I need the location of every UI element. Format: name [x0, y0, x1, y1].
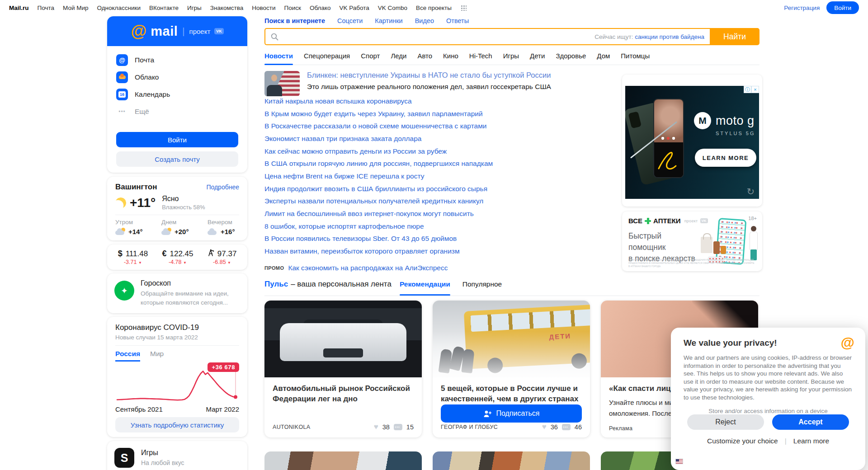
pulse-card-auto[interactable]: Автомобильный рынок Российской Федерации… — [264, 301, 422, 437]
ad-refresh-icon[interactable]: ↻ — [746, 186, 755, 197]
topnav-login-button[interactable]: Войти — [826, 1, 859, 14]
mailru-brand-link[interactable]: Mail.ru — [9, 5, 29, 11]
pulse-card-geography[interactable]: ДЕТИ 5 вещей, которые в России лучше и к… — [433, 301, 590, 437]
learn-more-button[interactable]: LEARN MORE — [695, 149, 756, 167]
like-icon[interactable]: ♥ — [542, 423, 547, 432]
pulse-title-link[interactable]: Пульс — [264, 280, 288, 289]
accept-button[interactable]: Accept — [772, 414, 849, 430]
sidebar-item-more[interactable]: ••• Ещё — [116, 103, 238, 120]
covid-stats-button[interactable]: Узнать подробную статистику — [115, 417, 239, 432]
search-tab-answers[interactable]: Ответы — [446, 17, 469, 24]
card-image-car[interactable] — [264, 301, 422, 377]
card-title[interactable]: 5 вещей, которые в России лучше и качест… — [441, 383, 582, 404]
news-tab-lady[interactable]: Леди — [391, 52, 406, 60]
sidebar-item-mail[interactable]: @ Почта — [116, 52, 238, 69]
news-link[interactable]: Как сейчас можно отправить деньги из Рос… — [264, 147, 447, 155]
ad-close-icon[interactable]: × — [751, 86, 759, 93]
rate-eur[interactable]: €122.45 -4.78 ▼ — [162, 249, 193, 265]
news-link[interactable]: В России появились телевизоры Sber. От 4… — [264, 235, 457, 243]
covid-tab-russia[interactable]: Россия — [115, 350, 140, 362]
card-image-painting[interactable] — [433, 451, 590, 470]
card-image-portrait[interactable] — [264, 451, 422, 470]
news-tab-kids[interactable]: Дети — [530, 52, 545, 60]
news-tab-specoperation[interactable]: Спецоперация — [304, 52, 350, 60]
promo-link[interactable]: Как сэкономить на распродажах на АлиЭксп… — [288, 264, 448, 272]
news-link[interactable]: В Крым можно будет ездить через Украину,… — [264, 110, 483, 118]
trending-query-link[interactable]: санкции против байдена — [635, 33, 704, 40]
topnav-item-vkcombo[interactable]: VK Combo — [378, 5, 407, 11]
news-tab-kino[interactable]: Кино — [443, 52, 458, 60]
card-image-bus[interactable]: ДЕТИ — [433, 301, 590, 377]
topnav-item-moymir[interactable]: Мой Мир — [63, 5, 89, 11]
search-input[interactable] — [283, 33, 594, 41]
learn-more-link[interactable]: Learn more — [793, 437, 829, 445]
ad-info-icon[interactable]: ⓘ — [744, 86, 751, 93]
topnav-item-vk[interactable]: ВКонтакте — [149, 5, 179, 11]
lead-story[interactable]: Блинкен: невступление Украины в НАТО не … — [264, 71, 551, 96]
comment-icon[interactable] — [562, 424, 571, 430]
games-widget[interactable]: S Игры На любой вкус — [107, 441, 247, 470]
search-tab-video[interactable]: Видео — [415, 17, 434, 24]
topnav-item-vkwork[interactable]: VK Работа — [339, 5, 369, 11]
pulse-tab-recommendations[interactable]: Рекомендации — [400, 280, 450, 288]
topnav-item-ok[interactable]: Одноклассники — [97, 5, 141, 11]
all-projects-grid-icon[interactable] — [460, 5, 467, 11]
news-tab-auto[interactable]: Авто — [417, 52, 432, 60]
news-link[interactable]: Эксперты назвали потенциальных получател… — [264, 197, 483, 205]
promo-label: ПРОМО — [264, 265, 284, 271]
rate-oil[interactable]: 97.37 -6.85 ▼ — [208, 249, 237, 265]
sidebar-item-cloud[interactable]: Облако — [116, 69, 238, 86]
lead-story-title[interactable]: Блинкен: невступление Украины в НАТО не … — [307, 71, 551, 80]
topnav-item-allprojects[interactable]: Все проекты — [416, 5, 452, 11]
mail-logo-header[interactable]: @ mail | проект VK — [107, 16, 247, 46]
topnav-item-cloud[interactable]: Облако — [310, 5, 331, 11]
news-link[interactable]: Цена нефти Brent на бирже ICE перешла к … — [264, 172, 424, 180]
search-submit-button[interactable]: Найти — [710, 28, 760, 45]
news-link[interactable]: В Роскачестве рассказали о новой схеме м… — [264, 122, 487, 130]
create-mail-button[interactable]: Создать почту — [116, 151, 238, 167]
lead-story-thumbnail[interactable] — [264, 71, 300, 96]
covid-tab-world[interactable]: Мир — [150, 350, 164, 362]
horoscope-widget[interactable]: ✦ Гороскоп Обращайте внимание на идеи,ко… — [107, 273, 247, 313]
search-tab-images[interactable]: Картинки — [375, 17, 402, 24]
customize-choice-link[interactable]: Customize your choice — [707, 437, 778, 445]
like-icon[interactable]: ♥ — [374, 423, 378, 432]
search-tab-social[interactable]: Соцсети — [337, 17, 363, 24]
news-link[interactable]: Назван витамин, переизбыток которого отр… — [264, 247, 460, 255]
news-tab-sport[interactable]: Спорт — [361, 52, 380, 60]
news-link[interactable]: В США открыли горячую линию для россиян,… — [264, 160, 493, 168]
topnav-item-news[interactable]: Новости — [252, 5, 275, 11]
topnav-item-games[interactable]: Игры — [187, 5, 202, 11]
news-tab-pets[interactable]: Питомцы — [621, 52, 650, 60]
card-source[interactable]: AUTONIKOLA — [273, 424, 310, 430]
moto-ad-banner[interactable]: ⓘ × M moto g STYLUS 5G L — [625, 86, 759, 199]
search-box[interactable]: Сейчас ищут: санкции против байдена — [264, 28, 710, 45]
card-title[interactable]: Автомобильный рынок Российской Федерации… — [273, 383, 414, 404]
news-tab-home[interactable]: Дом — [597, 52, 610, 60]
pulse-tab-popular[interactable]: Популярное — [462, 280, 502, 288]
topnav-item-dating[interactable]: Знакомства — [210, 5, 243, 11]
reject-button[interactable]: Reject — [687, 414, 764, 430]
subscribe-button[interactable]: Подписаться — [441, 404, 582, 423]
news-link[interactable]: Китай накрыла новая вспышка коронавируса — [264, 97, 412, 105]
news-link[interactable]: 8 ошибок, которые испортят картофельное … — [264, 222, 424, 230]
news-link[interactable]: Индия продолжит ввозить в США бриллианты… — [264, 185, 487, 193]
topnav-item-mail[interactable]: Почта — [38, 5, 55, 11]
pharmacy-ad-card[interactable]: 18+ ВСЕ АПТЕКИ проект VK Быстрый помощни… — [622, 212, 762, 271]
language-flag-icon[interactable] — [675, 459, 683, 464]
news-tab-games[interactable]: Игры — [503, 52, 519, 60]
news-tab-hitech[interactable]: Hi-Tech — [469, 52, 492, 60]
card-source[interactable]: ГЕОГРАФ И ГЛОБУС — [441, 424, 498, 430]
search-tab-web[interactable]: Поиск в интернете — [264, 17, 325, 24]
weather-more-link[interactable]: Подробнее — [206, 183, 239, 191]
sidebar-login-button[interactable]: Войти — [116, 132, 238, 147]
news-tab-news[interactable]: Новости — [264, 52, 293, 60]
sidebar-item-calendar[interactable]: 16 Календарь — [116, 86, 238, 103]
news-tab-health[interactable]: Здоровье — [556, 52, 586, 60]
registration-link[interactable]: Регистрация — [784, 5, 820, 11]
news-link[interactable]: Экономист назвал три признака заката дол… — [264, 135, 421, 143]
comment-icon[interactable] — [394, 424, 402, 430]
rate-usd[interactable]: $111.48 -3.71 ▼ — [118, 249, 148, 265]
topnav-item-search[interactable]: Поиск — [284, 5, 301, 11]
news-link[interactable]: Лимит на беспошлинный ввоз интернет-поку… — [264, 210, 474, 218]
